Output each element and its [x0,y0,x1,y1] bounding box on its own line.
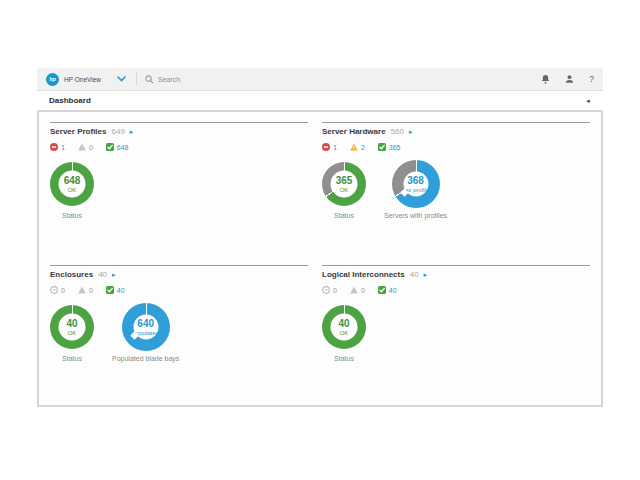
warning-count[interactable]: 0 [89,144,93,151]
status-donut-chart[interactable]: 365 OK Status [322,160,366,219]
status-summary: 1 0 648 [50,143,308,151]
donut-center: 640 populated [133,315,158,340]
donut-center: 648 OK [59,171,86,198]
critical-count[interactable]: 1 [61,144,65,151]
panel-server-profiles: Server Profiles 649 ▸ 1 0 648 [50,122,308,265]
donut-ring[interactable]: 40 OK [322,305,366,349]
panel-header[interactable]: Logical Interconnects 40 ▸ [322,270,590,279]
panel-title[interactable]: Enclosures [50,270,93,279]
donut-center: 365 OK [331,171,358,198]
user-account-icon[interactable] [565,74,574,84]
status-summary: 0 0 40 [50,286,308,294]
ok-status-item[interactable]: 40 [378,286,397,294]
donut-center: 40 OK [331,314,358,341]
dashboard-content: Server Profiles 649 ▸ 1 0 648 [37,110,603,407]
panel-enclosures: Enclosures 40 ▸ 0 0 40 [50,265,308,405]
panel-link-arrow-icon[interactable]: ▸ [112,271,116,279]
search-icon [145,75,154,84]
warning-status-item[interactable]: 2 [350,143,365,151]
ok-check-icon [378,143,386,151]
ok-status-item[interactable]: 648 [106,143,129,151]
divider [136,72,137,86]
hp-logo-icon[interactable]: hp [46,73,59,86]
top-bar: hp HP OneView ? [37,68,603,91]
search-input[interactable] [158,76,358,83]
panel-link-arrow-icon[interactable]: ▸ [409,128,413,136]
ok-status-item[interactable]: 365 [378,143,401,151]
donut-ring[interactable]: 648 OK [50,162,94,206]
donut-ring[interactable]: 40 OK [50,305,94,349]
ok-status-item[interactable]: 40 [106,286,125,294]
notifications-bell-icon[interactable] [541,74,550,84]
donut-value: 40 [66,319,77,329]
panel-header[interactable]: Server Hardware 560 ▸ [322,127,590,136]
page-header: Dashboard ◄ [37,91,603,110]
ok-count[interactable]: 40 [389,287,397,294]
warning-status-item[interactable]: 0 [78,286,93,294]
search-bar [145,75,541,84]
panel-header[interactable]: Enclosures 40 ▸ [50,270,308,279]
donut-label: OK [68,187,77,193]
collapse-panel-icon[interactable]: ◄ [585,98,591,104]
donut-ring[interactable]: 368 has profile [392,160,440,208]
panel-title[interactable]: Logical Interconnects [322,270,405,279]
panel-title[interactable]: Server Profiles [50,127,106,136]
critical-icon [322,143,330,151]
donut-center: 368 has profile [403,172,428,197]
profiles-donut-chart[interactable]: 368 has profile Servers with profiles [384,160,447,219]
chart-caption: Servers with profiles [384,212,447,219]
critical-status-item[interactable]: 1 [322,143,337,151]
critical-status-item[interactable]: 0 [50,286,65,294]
chevron-down-icon[interactable] [117,75,126,83]
panel-count[interactable]: 649 [111,127,124,136]
critical-status-item[interactable]: 0 [322,286,337,294]
donut-value: 365 [336,176,353,186]
donut-ring[interactable]: 365 OK [322,162,366,206]
warning-count[interactable]: 0 [361,287,365,294]
warning-icon [350,286,358,294]
ok-count[interactable]: 365 [389,144,401,151]
panel-title[interactable]: Server Hardware [322,127,386,136]
critical-count[interactable]: 1 [333,144,337,151]
panel-server-hardware: Server Hardware 560 ▸ 1 2 365 [322,122,590,265]
critical-status-item[interactable]: 1 [50,143,65,151]
critical-count[interactable]: 0 [61,287,65,294]
donut-label: OK [340,330,349,336]
panel-count[interactable]: 560 [391,127,404,136]
ok-count[interactable]: 40 [117,287,125,294]
ok-check-icon [106,143,114,151]
donut-ring[interactable]: 640 populated [122,303,170,351]
panel-count[interactable]: 40 [98,270,107,279]
warning-icon [350,143,358,151]
page-title: Dashboard [49,96,91,105]
donut-value: 648 [64,176,81,186]
status-donut-chart[interactable]: 40 OK Status [50,303,94,362]
donut-center: 40 OK [59,314,86,341]
ok-count[interactable]: 648 [117,144,129,151]
chart-caption: Status [334,212,354,219]
donut-value: 640 [137,319,154,329]
ok-check-icon [106,286,114,294]
critical-icon [50,286,58,294]
warning-count[interactable]: 0 [89,287,93,294]
status-summary: 0 0 40 [322,286,590,294]
warning-status-item[interactable]: 0 [350,286,365,294]
warning-status-item[interactable]: 0 [78,143,93,151]
brand-label: HP OneView [64,76,101,83]
blade-bays-donut-chart[interactable]: 640 populated Populated blade bays [112,303,179,362]
warning-count[interactable]: 2 [361,144,365,151]
ok-check-icon [378,286,386,294]
panel-link-arrow-icon[interactable]: ▸ [424,271,428,279]
panel-link-arrow-icon[interactable]: ▸ [130,128,134,136]
status-donut-chart[interactable]: 40 OK Status [322,303,366,362]
panel-header[interactable]: Server Profiles 649 ▸ [50,127,308,136]
chart-caption: Populated blade bays [112,355,179,362]
critical-icon [322,286,330,294]
panel-count[interactable]: 40 [410,270,419,279]
status-donut-chart[interactable]: 648 OK Status [50,160,94,219]
critical-count[interactable]: 0 [333,287,337,294]
chart-caption: Status [334,355,354,362]
panel-logical-interconnects: Logical Interconnects 40 ▸ 0 0 40 [322,265,590,405]
chart-caption: Status [62,355,82,362]
help-icon[interactable]: ? [589,74,594,84]
